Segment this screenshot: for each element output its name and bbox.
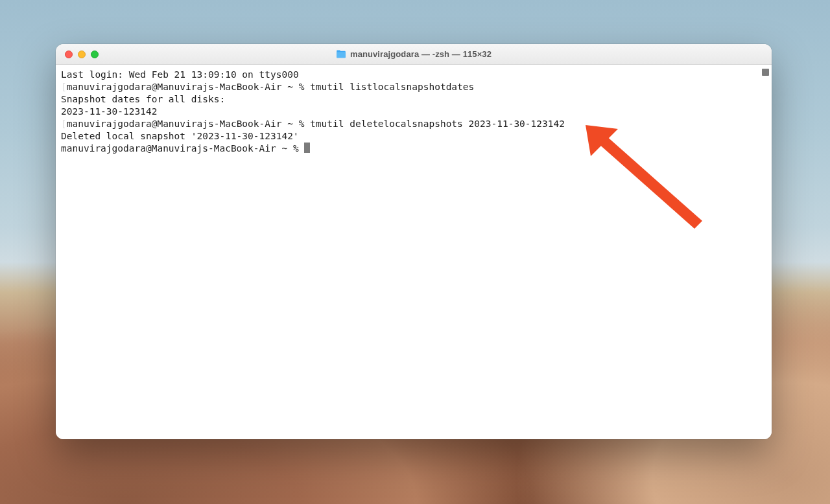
terminal-window: manuvirajgodara — -zsh — 115×32 Last log… (56, 44, 772, 439)
folder-icon (336, 50, 346, 58)
window-title: manuvirajgodara — -zsh — 115×32 (350, 49, 492, 59)
minimize-button[interactable] (78, 51, 86, 58)
window-controls (56, 51, 99, 58)
terminal-output-line: Deleted local snapshot '2023-11-30-12314… (61, 131, 299, 141)
terminal-command-line: manuvirajgodara@Manuvirajs-MacBook-Air ~… (67, 82, 475, 92)
terminal-prompt-line: manuvirajgodara@Manuvirajs-MacBook-Air ~… (61, 143, 304, 154)
terminal-command-line: manuvirajgodara@Manuvirajs-MacBook-Air ~… (67, 119, 565, 129)
maximize-button[interactable] (91, 51, 99, 58)
scroll-indicator[interactable] (762, 69, 769, 76)
terminal-output-line: 2023-11-30-123142 (61, 106, 157, 117)
window-titlebar[interactable]: manuvirajgodara — -zsh — 115×32 (56, 44, 772, 65)
close-button[interactable] (65, 51, 73, 58)
terminal-output-line: Last login: Wed Feb 21 13:09:10 on ttys0… (61, 69, 299, 80)
terminal-content-area[interactable]: Last login: Wed Feb 21 13:09:10 on ttys0… (56, 65, 772, 439)
terminal-cursor (304, 143, 310, 153)
terminal-output-line: Snapshot dates for all disks: (61, 94, 225, 104)
